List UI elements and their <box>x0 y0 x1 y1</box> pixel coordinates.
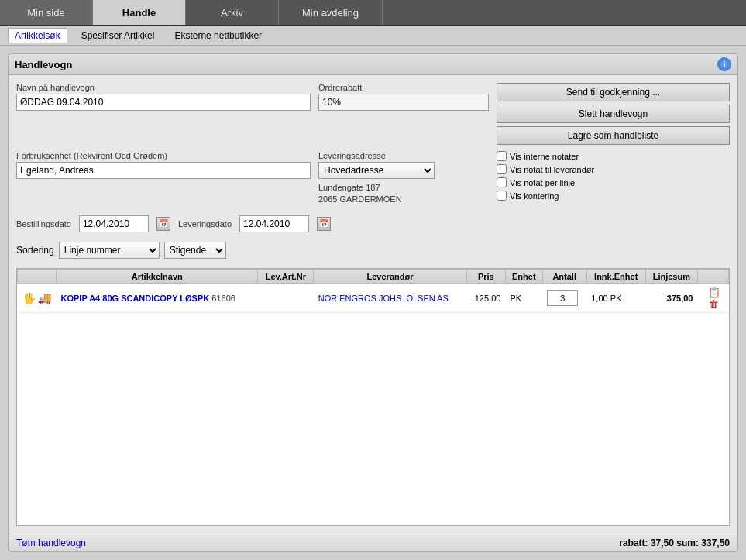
leveringsadresse-label: Leveringsadresse <box>318 151 489 160</box>
bestillingsdato-label: Bestillingsdato <box>16 219 71 228</box>
checkbox-vis-notat-til-leverandor: Vis notat til leverandør <box>497 164 730 174</box>
artikel-link[interactable]: KOPIP A4 80G SCANDICOPY LØSPK <box>61 294 210 303</box>
lagre-som-handleliste-button[interactable]: Lagre som handleliste <box>497 126 730 145</box>
row-pris: 125,00 <box>466 283 505 312</box>
info-icon[interactable]: i <box>717 57 731 71</box>
sub-navigation: Artikkelsøk Spesifiser Artikkel Eksterne… <box>0 26 746 46</box>
nav-handle[interactable]: Handle <box>93 0 186 25</box>
panel-footer: Tøm handlevogn rabatt: 37,50 sum: 337,50 <box>9 534 737 551</box>
row-artikkelnavn: KOPIP A4 80G SCANDICOPY LØSPK 61606 <box>57 283 258 312</box>
vis-notat-per-linje-checkbox[interactable] <box>497 177 507 187</box>
ordrerabatt-input <box>318 94 489 111</box>
col-header-leverandor: Leverandør <box>314 269 467 283</box>
top-navigation: Min side Handle Arkiv Min avdeling <box>0 0 746 26</box>
vis-notat-til-leverandor-checkbox[interactable] <box>497 164 507 174</box>
leveringsdato-label: Leveringsdato <box>178 219 232 228</box>
vis-interne-notater-checkbox[interactable] <box>497 151 507 161</box>
address-line1: Lundengate 187 <box>318 182 489 194</box>
col-header-actions <box>698 269 729 283</box>
col-header-icon <box>18 269 57 283</box>
col-header-linjesum: Linjesum <box>645 269 697 283</box>
ordrerabatt-field-group: Ordrerabatt <box>318 83 489 111</box>
sortering-order-select[interactable]: Stigende Synkende <box>164 242 226 259</box>
panel-body: Navn på handlevogn Ordrerabatt Send til … <box>9 75 737 534</box>
hand-icon: 🖐 <box>22 292 36 304</box>
navn-label: Navn på handlevogn <box>16 83 311 92</box>
ordrerabatt-label: Ordrerabatt <box>318 83 489 92</box>
col-header-pris: Pris <box>466 269 505 283</box>
sortering-by-select[interactable]: Linje nummer Artikkelnavn Leverandør <box>59 242 160 259</box>
leveringsadresse-select[interactable]: Hovedadresse <box>318 162 435 179</box>
col-header-lev-art-nr: Lev.Art.Nr <box>258 269 314 283</box>
forbruksenhet-input[interactable] <box>16 162 311 179</box>
leveringsdato-input[interactable] <box>239 215 309 232</box>
forbruksenhet-label: Forbruksenhet (Rekvirent Odd Grødem) <box>16 151 311 160</box>
subnav-eksterne-nettbutikker[interactable]: Eksterne nettbutikker <box>168 29 268 43</box>
col-header-artikkelnavn: Artikkelnavn <box>57 269 258 283</box>
vis-interne-notater-label: Vis interne notater <box>510 152 579 161</box>
send-til-godkjenning-button[interactable]: Send til godkjenning ... <box>497 83 730 101</box>
vis-notat-per-linje-label: Vis notat per linje <box>510 178 575 187</box>
delete-icon[interactable]: 🗑 <box>709 298 719 310</box>
vis-notat-til-leverandor-label: Vis notat til leverandør <box>510 165 594 174</box>
main-content: Handlevogn i Navn på handlevogn Ordrerab… <box>0 46 746 560</box>
checkbox-vis-interne-notater: Vis interne notater <box>497 151 730 161</box>
address-line2: 2065 GARDERMOEN <box>318 194 489 205</box>
nav-min-side[interactable]: Min side <box>0 0 93 25</box>
row-linjesum: 375,00 <box>645 283 697 312</box>
row-antall <box>542 283 586 312</box>
subnav-artikkelsok[interactable]: Artikkelsøk <box>8 28 67 43</box>
slett-handlevogn-button[interactable]: Slett handlevogn <box>497 105 730 123</box>
leverandor-link[interactable]: NOR ENGROS JOHS. OLSEN AS <box>318 294 449 303</box>
articles-table-container: Artikkelnavn Lev.Art.Nr Leverandør Pris … <box>16 268 730 526</box>
nav-min-avdeling[interactable]: Min avdeling <box>279 0 383 25</box>
bestillingsdato-calendar-icon[interactable]: 📅 <box>156 217 170 231</box>
checkbox-vis-notat-per-linje: Vis notat per linje <box>497 177 730 187</box>
navn-field-group: Navn på handlevogn <box>16 83 311 111</box>
sortering-label: Sortering <box>16 245 54 256</box>
action-buttons: Send til godkjenning ... Slett handlevog… <box>497 83 730 145</box>
checkbox-vis-kontering: Vis kontering <box>497 191 730 201</box>
row-leverandor: NOR ENGROS JOHS. OLSEN AS <box>314 283 467 312</box>
table-row: 🖐 🚚 KOPIP A4 80G SCANDICOPY LØSPK 61606 … <box>18 283 729 312</box>
nav-arkiv[interactable]: Arkiv <box>186 0 279 25</box>
handlevogn-panel: Handlevogn i Navn på handlevogn Ordrerab… <box>8 53 738 552</box>
leveringsdato-calendar-icon[interactable]: 📅 <box>317 217 331 231</box>
vis-kontering-label: Vis kontering <box>510 191 559 201</box>
bestillingsdato-input[interactable] <box>79 215 149 232</box>
panel-title: Handlevogn <box>15 59 72 70</box>
col-header-innk-enhet: Innk.Enhet <box>586 269 645 283</box>
footer-summary: rabatt: 37,50 sum: 337,50 <box>619 538 730 548</box>
lev-art-nr-inline: 61606 <box>211 294 235 303</box>
row-icons: 🖐 🚚 <box>18 283 57 312</box>
leveringsadresse-field-group: Leveringsadresse Hovedadresse Lundengate… <box>318 151 489 206</box>
subnav-spesifiser-artikkel[interactable]: Spesifiser Artikkel <box>75 29 161 43</box>
col-header-enhet: Enhet <box>505 269 542 283</box>
row-enhet: PK <box>505 283 542 312</box>
navn-input[interactable] <box>16 94 311 111</box>
dates-row: Bestillingsdato 📅 Leveringsdato 📅 <box>16 215 730 232</box>
forbruksenhet-field-group: Forbruksenhet (Rekvirent Odd Grødem) <box>16 151 311 179</box>
truck-icon: 🚚 <box>38 292 51 304</box>
row-lev-art-nr <box>258 283 314 312</box>
row-actions: 📋 🗑 <box>698 283 729 312</box>
checkboxes-group: Vis interne notater Vis notat til levera… <box>497 151 730 201</box>
vis-kontering-checkbox[interactable] <box>497 191 507 201</box>
copy-icon[interactable]: 📋 <box>708 287 720 298</box>
antall-input[interactable] <box>547 290 578 306</box>
sortering-row: Sortering Linje nummer Artikkelnavn Leve… <box>16 242 730 259</box>
tom-handlevogn-link[interactable]: Tøm handlevogn <box>16 538 86 548</box>
col-header-antall: Antall <box>542 269 586 283</box>
articles-table: Artikkelnavn Lev.Art.Nr Leverandør Pris … <box>17 269 729 313</box>
row-innk-enhet: 1,00 PK <box>586 283 645 312</box>
panel-header: Handlevogn i <box>9 54 737 75</box>
